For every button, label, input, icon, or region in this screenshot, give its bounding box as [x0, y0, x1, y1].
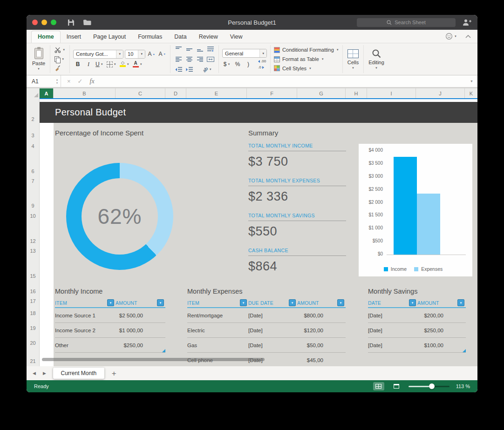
sheet-tab-current-month[interactable]: Current Month — [53, 368, 104, 379]
row-header[interactable]: 17 — [27, 297, 39, 305]
row-header[interactable]: 19 — [27, 324, 39, 332]
column-header-d[interactable]: D — [165, 88, 186, 98]
align-center-button[interactable] — [184, 55, 194, 64]
normal-view-button[interactable] — [373, 382, 384, 390]
increase-decimal-button[interactable]: .00 — [258, 59, 266, 63]
filter-dropdown[interactable]: ▼ — [337, 299, 344, 306]
next-sheet-arrow[interactable]: ▶ — [43, 371, 46, 376]
close-button[interactable] — [32, 20, 38, 25]
comma-format-button[interactable]: ) — [244, 60, 253, 69]
table-row[interactable]: [Date] $100,00 — [368, 338, 466, 353]
insert-function-icon[interactable]: fx — [90, 78, 95, 85]
table-row[interactable]: [Date] $200,00 — [368, 308, 466, 323]
column-header-h[interactable]: H — [346, 88, 367, 98]
prev-sheet-arrow[interactable]: ◀ — [33, 371, 36, 376]
name-box-stepper[interactable]: ▲▼ — [56, 78, 58, 85]
number-format-select[interactable]: General ▼ — [222, 49, 267, 58]
name-box[interactable]: A1 ▲▼ — [27, 75, 61, 87]
minimize-button[interactable] — [41, 20, 47, 25]
enter-icon[interactable]: ✓ — [78, 78, 83, 85]
row-header[interactable]: 2 — [27, 115, 39, 123]
zoom-slider[interactable] — [409, 383, 450, 390]
format-painter-button[interactable] — [54, 64, 66, 72]
row-header[interactable]: 10 — [27, 212, 39, 220]
fullscreen-button[interactable] — [51, 20, 56, 25]
tab-review[interactable]: Review — [193, 31, 224, 43]
tab-view[interactable]: View — [224, 31, 249, 43]
bold-button[interactable]: B — [73, 60, 82, 69]
align-top-button[interactable] — [174, 45, 183, 54]
filter-dropdown[interactable]: ▼ — [107, 299, 114, 306]
increase-font-size-button[interactable]: A▲ — [147, 50, 156, 59]
income-bar[interactable] — [394, 157, 417, 255]
decrease-decimal-button[interactable]: .0 — [258, 65, 266, 69]
select-all-corner[interactable] — [27, 88, 40, 98]
row-header[interactable]: 18 — [27, 309, 39, 317]
share-user-icon[interactable] — [462, 19, 472, 26]
percent-format-button[interactable]: % — [233, 60, 242, 69]
borders-button[interactable]: ▼ — [106, 60, 117, 69]
paste-button[interactable]: Paste ▼ — [31, 46, 47, 72]
tab-insert[interactable]: Insert — [61, 31, 87, 43]
collapse-ribbon-icon[interactable] — [465, 35, 471, 38]
save-icon[interactable] — [68, 19, 75, 26]
page-layout-view-button[interactable] — [391, 382, 402, 390]
cell-styles-button[interactable]: Cell Styles ▼ — [274, 64, 339, 72]
row-header[interactable]: 12 — [27, 237, 39, 245]
row-header[interactable]: 16 — [27, 288, 39, 295]
filter-dropdown[interactable]: ▼ — [289, 299, 296, 306]
editing-button[interactable]: Editing ▼ — [367, 46, 386, 72]
tab-home[interactable]: Home — [31, 31, 61, 43]
cut-button[interactable]: ▼ — [54, 46, 66, 54]
table-resize-handle[interactable] — [162, 349, 165, 352]
font-name-select[interactable]: Century Got... ▼ — [73, 50, 123, 59]
cancel-icon[interactable]: × — [67, 78, 71, 85]
column-header-a[interactable]: A — [40, 88, 54, 98]
feedback-smiley-icon[interactable]: ▼ — [445, 33, 457, 40]
wrap-text-button[interactable] — [206, 45, 215, 54]
horizontal-scrollbar[interactable] — [42, 358, 265, 361]
column-header-f[interactable]: F — [247, 88, 297, 98]
copy-button[interactable]: ▼ — [54, 55, 66, 63]
column-header-i[interactable]: I — [367, 88, 416, 98]
table-row[interactable]: Other $250,00 — [55, 338, 165, 353]
row-header[interactable]: 7 — [27, 177, 39, 185]
align-middle-button[interactable] — [184, 45, 194, 54]
column-header-e[interactable]: E — [186, 88, 247, 98]
decrease-indent-button[interactable] — [174, 65, 183, 74]
expenses-bar[interactable] — [417, 194, 440, 255]
font-color-button[interactable]: A ▼ — [132, 60, 143, 69]
row-header[interactable]: 13 — [27, 247, 39, 255]
column-header-j[interactable]: J — [416, 88, 465, 98]
decrease-font-size-button[interactable]: A▼ — [157, 50, 167, 59]
tab-page-layout[interactable]: Page Layout — [87, 31, 132, 43]
row-header[interactable]: 3 — [27, 132, 39, 139]
row-header[interactable]: 15 — [27, 272, 39, 280]
merge-center-button[interactable] — [206, 55, 215, 64]
conditional-formatting-button[interactable]: Conditional Formatting ▼ — [274, 46, 339, 54]
filter-dropdown[interactable]: ▼ — [457, 299, 464, 306]
format-as-table-button[interactable]: Format as Table ▼ — [274, 55, 339, 63]
donut-chart[interactable]: 62% — [66, 163, 173, 270]
filter-dropdown[interactable]: ▼ — [157, 299, 164, 306]
table-row[interactable]: Electric [Date] $120,00 — [187, 323, 346, 338]
table-row[interactable]: Gas [Date] $50,00 — [187, 338, 346, 353]
currency-format-button[interactable]: $▼ — [222, 60, 232, 69]
formula-input[interactable] — [101, 75, 466, 87]
table-row[interactable]: Income Source 1 $2 500,00 — [55, 308, 165, 323]
row-header[interactable]: 9 — [27, 202, 39, 209]
align-left-button[interactable] — [174, 55, 183, 64]
row-header[interactable]: 6 — [27, 168, 39, 175]
orientation-button[interactable]: ab▼ — [202, 65, 213, 74]
underline-button[interactable]: U▼ — [95, 60, 104, 69]
bar-chart[interactable]: $4 000 $3 500 $3 000 $2 500 $2 000 $1 50… — [359, 144, 472, 276]
tab-data[interactable]: Data — [168, 31, 192, 43]
zoom-slider-knob[interactable] — [429, 383, 435, 389]
cells-button[interactable]: Cells ▼ — [346, 46, 360, 72]
align-bottom-button[interactable] — [195, 45, 204, 54]
formula-bar-expand-icon[interactable]: ▼ — [466, 75, 477, 87]
fill-color-button[interactable]: ▼ — [119, 60, 130, 69]
table-row[interactable]: Income Source 2 $1 000,00 — [55, 323, 165, 338]
increase-indent-button[interactable] — [184, 65, 194, 74]
column-header-k[interactable]: K — [465, 88, 477, 98]
